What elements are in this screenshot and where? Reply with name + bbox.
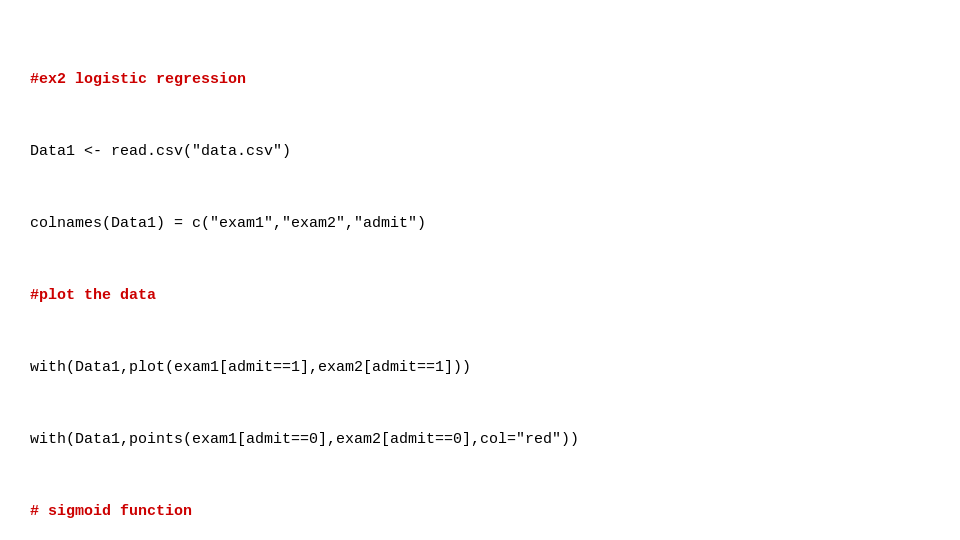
line-7: # sigmoid function xyxy=(30,500,930,524)
line-5: with(Data1,plot(exam1[admit==1],exam2[ad… xyxy=(30,356,930,380)
line-2: Data1 <- read.csv("data.csv") xyxy=(30,140,930,164)
code-editor: #ex2 logistic regression Data1 <- read.c… xyxy=(30,20,930,540)
line-3: colnames(Data1) = c("exam1","exam2","adm… xyxy=(30,212,930,236)
line-6: with(Data1,points(exam1[admit==0],exam2[… xyxy=(30,428,930,452)
line-1: #ex2 logistic regression xyxy=(30,68,930,92)
line-4: #plot the data xyxy=(30,284,930,308)
